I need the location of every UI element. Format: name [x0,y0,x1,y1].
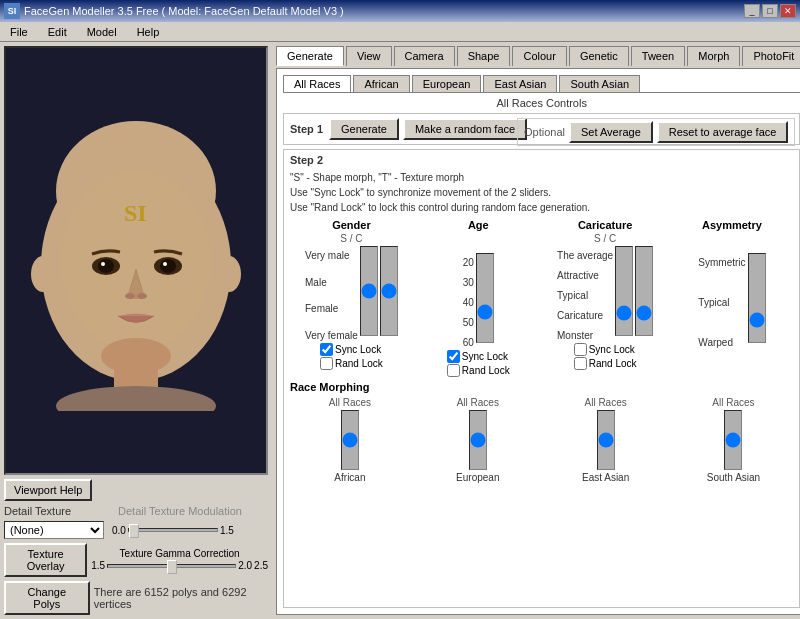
gender-texture-slider[interactable] [380,246,398,336]
set-average-button[interactable]: Set Average [569,121,653,143]
step2-info-line2: Use "Sync Lock" to synchronize movement … [290,185,793,200]
caricature-rand-row: Rand Lock [574,357,637,370]
sub-tab-eastasian[interactable]: East Asian [483,75,557,92]
age-rand-check[interactable] [447,364,460,377]
race-top-2: All Races [584,397,626,408]
age-40: 40 [463,297,474,308]
caricature-3: Caricature [557,310,613,321]
gamma-slider[interactable] [107,559,236,573]
menu-help[interactable]: Help [131,24,166,40]
race-bottom-2: East Asian [582,472,629,483]
step1-label: Step 1 [290,123,323,135]
gender-rand-row: Rand Lock [320,357,383,370]
minimize-button[interactable]: _ [744,4,760,18]
race-slider-1[interactable] [469,410,487,470]
race-bottom-3: South Asian [707,472,760,483]
caricature-sync-check[interactable] [574,343,587,356]
gender-labels: Very male Male Female Very female [305,246,358,341]
caricature-lock-row: Sync Lock Rand Lock [574,343,637,370]
age-lock-row: Sync Lock Rand Lock [447,350,510,377]
tab-view[interactable]: View [346,46,392,66]
step2-label: Step 2 [290,154,793,166]
gamma-row: Texture Overlay Texture Gamma Correction… [4,543,268,577]
3d-view: SI [6,48,266,473]
age-sync-label: Sync Lock [462,351,508,362]
detail-controls-row: (None) 0.0 1.5 [4,521,268,539]
gender-label-0: Very male [305,250,358,261]
tab-tween[interactable]: Tween [631,46,685,66]
gender-col: Gender S / C Very male Male Female Very … [290,219,413,377]
step1-section: Step 1 Generate Make a random face Optio… [283,113,800,145]
asymmetry-slider[interactable] [748,253,766,343]
gender-shape-slider[interactable] [360,246,378,336]
race-eastasian-col: All Races East Asian [546,397,666,483]
asymmetry-1: Typical [698,297,745,308]
window-title: FaceGen Modeller 3.5 Free ( Model: FaceG… [24,5,344,17]
race-slider-0[interactable] [341,410,359,470]
tab-colour[interactable]: Colour [512,46,566,66]
texture-overlay-button[interactable]: Texture Overlay [4,543,87,577]
race-sliders-grid: All Races African All Races European All… [290,397,793,483]
age-slider[interactable] [476,253,494,343]
caricature-0: The average [557,250,613,261]
step1-buttons: Generate Make a random face [329,118,527,140]
menu-model[interactable]: Model [81,24,123,40]
svg-point-7 [101,262,105,266]
caricature-labels: The average Attractive Typical Caricatur… [557,246,613,341]
menu-edit[interactable]: Edit [42,24,73,40]
tab-photofit[interactable]: PhotoFit [742,46,800,66]
sub-tab-allraces[interactable]: All Races [283,75,351,92]
close-button[interactable]: ✕ [780,4,796,18]
race-slider-2[interactable] [597,410,615,470]
generate-button[interactable]: Generate [329,118,399,140]
age-sync-check[interactable] [447,350,460,363]
step2-info: "S" - Shape morph, "T" - Texture morph U… [290,170,793,215]
random-face-button[interactable]: Make a random face [403,118,527,140]
sub-tab-bar: All Races African European East Asian So… [283,75,800,93]
gamma-mid: 2.0 [238,560,252,571]
mod-slider[interactable] [128,523,218,537]
sub-tab-european[interactable]: European [412,75,482,92]
gender-sync-row: Sync Lock [320,343,383,356]
gender-sync-check[interactable] [320,343,333,356]
age-labels: 20 30 40 50 60 [463,253,474,348]
gamma-max: 2.5 [254,560,268,571]
step2-section: Step 2 "S" - Shape morph, "T" - Texture … [283,149,800,608]
sub-tab-african[interactable]: African [353,75,409,92]
bottom-row: Change Polys There are 6152 polys and 62… [4,581,268,615]
sub-tab-southasian[interactable]: South Asian [559,75,640,92]
tab-genetic[interactable]: Genetic [569,46,629,66]
optional-section: Optional Set Average Reset to average fa… [517,118,795,146]
race-allraces-col: All Races African [290,397,410,483]
viewport-help-button[interactable]: Viewport Help [4,479,92,501]
reset-average-button[interactable]: Reset to average face [657,121,789,143]
svg-point-15 [217,256,241,292]
tab-camera[interactable]: Camera [394,46,455,66]
age-rand-row: Rand Lock [447,364,510,377]
change-polys-button[interactable]: Change Polys [4,581,90,615]
menu-file[interactable]: File [4,24,34,40]
caricature-2: Typical [557,290,613,301]
caricature-sync-row: Sync Lock [574,343,637,356]
step2-info-line3: Use "Rand Lock" to lock this control dur… [290,200,793,215]
age-50: 50 [463,317,474,328]
svg-point-11 [125,293,135,299]
race-slider-3[interactable] [724,410,742,470]
caricature-texture-slider[interactable] [635,246,653,336]
gender-label-1: Male [305,277,358,288]
maximize-button[interactable]: □ [762,4,778,18]
age-30: 30 [463,277,474,288]
caricature-rand-check[interactable] [574,357,587,370]
title-bar: SI FaceGen Modeller 3.5 Free ( Model: Fa… [0,0,800,22]
tab-shape[interactable]: Shape [457,46,511,66]
tab-generate[interactable]: Generate [276,46,344,66]
tab-morph[interactable]: Morph [687,46,740,66]
face-svg: SI [6,111,266,411]
asymmetry-col: Asymmetry Symmetric Typical Warped [671,219,794,377]
gender-rand-check[interactable] [320,357,333,370]
race-southasian-col: All Races South Asian [674,397,794,483]
window-controls: _ □ ✕ [744,4,796,18]
detail-texture-select[interactable]: (None) [4,521,104,539]
asymmetry-header: Asymmetry [702,219,762,231]
caricature-shape-slider[interactable] [615,246,633,336]
